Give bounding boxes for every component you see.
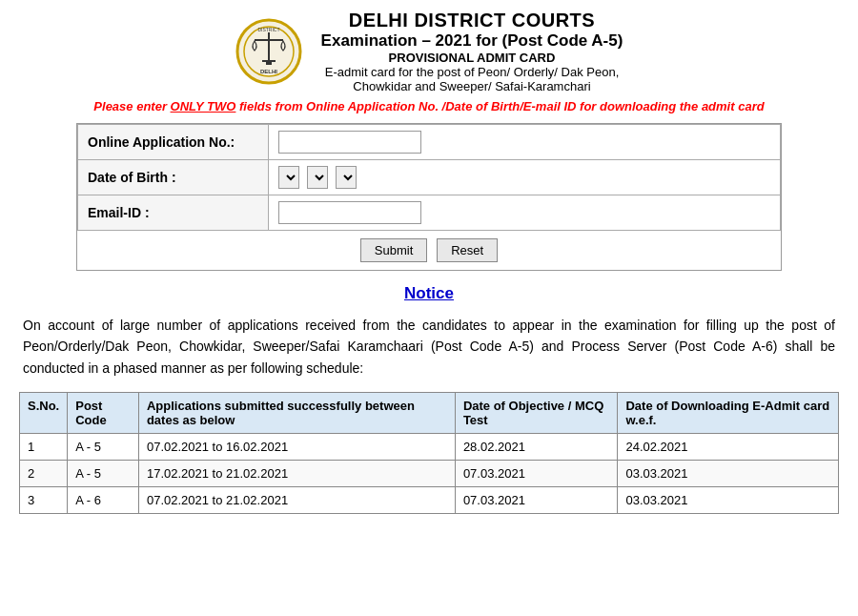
table-cell: 03.03.2021: [618, 487, 839, 514]
post-description-1: E-admit card for the post of Peon/ Order…: [321, 65, 623, 79]
dob-month-select[interactable]: [307, 166, 328, 189]
dob-label: Date of Birth :: [78, 160, 269, 195]
app-no-label: Online Application No.:: [78, 125, 269, 160]
svg-rect-3: [255, 39, 283, 41]
warning-suffix: fields from Online Application No. /Date…: [235, 99, 764, 113]
admit-card-type: PROVISIONAL ADMIT CARD: [321, 51, 623, 65]
app-no-row: Online Application No.:: [78, 125, 781, 160]
col-mcq-date: Date of Objective / MCQ Test: [455, 393, 618, 434]
warning-message: Please enter ONLY TWO fields from Online…: [19, 99, 839, 113]
dob-day-select[interactable]: [278, 166, 299, 189]
notice-heading: Notice: [19, 284, 839, 303]
form-button-row: Submit Reset: [78, 231, 781, 271]
app-no-cell: [269, 125, 781, 160]
table-row: 3A - 607.02.2021 to 21.02.202107.03.2021…: [20, 487, 839, 514]
post-description-2: Chowkidar and Sweeper/ Safai-Karamchari: [321, 79, 623, 93]
table-cell: A - 5: [68, 461, 139, 487]
dob-row: Date of Birth :: [78, 160, 781, 195]
table-cell: 28.02.2021: [455, 434, 618, 461]
col-eadmit-date: Date of Downloading E-Admit card w.e.f.: [618, 393, 839, 434]
table-cell: 1: [20, 434, 68, 461]
table-cell: 03.03.2021: [618, 461, 839, 487]
app-no-input[interactable]: [278, 131, 421, 154]
table-cell: 17.02.2021 to 21.02.2021: [138, 461, 455, 487]
email-cell: [269, 195, 781, 231]
table-cell: 2: [20, 461, 68, 487]
table-cell: 07.03.2021: [455, 487, 618, 514]
svg-rect-5: [266, 62, 272, 65]
email-row: Email-ID :: [78, 195, 781, 231]
table-cell: 07.02.2021 to 21.02.2021: [138, 487, 455, 514]
court-title: DELHI DISTRICT COURTS: [321, 10, 623, 31]
col-applications: Applications submitted successfully betw…: [138, 393, 455, 434]
svg-text:DISTRICT: DISTRICT: [257, 27, 279, 32]
delhi-courts-logo: DELHI DISTRICT: [235, 18, 302, 85]
col-post-code: Post Code: [68, 393, 139, 434]
col-sno: S.No.: [20, 393, 68, 434]
notice-paragraph: On account of large number of applicatio…: [19, 315, 839, 379]
email-label: Email-ID :: [78, 195, 269, 231]
dob-cell: [269, 160, 781, 195]
reset-button[interactable]: Reset: [437, 238, 498, 262]
admit-card-form: Online Application No.: Date of Birth :: [76, 123, 782, 271]
table-cell: 24.02.2021: [618, 434, 839, 461]
page-header: DELHI DISTRICT DELHI DISTRICT COURTS Exa…: [19, 10, 839, 93]
table-cell: 07.02.2021 to 16.02.2021: [138, 434, 455, 461]
schedule-header-row: S.No. Post Code Applications submitted s…: [20, 393, 839, 434]
email-input[interactable]: [278, 201, 421, 224]
table-cell: 3: [20, 487, 68, 514]
submit-button[interactable]: Submit: [360, 238, 427, 262]
exam-subtitle: Examination – 2021 for (Post Code A-5): [321, 31, 623, 51]
table-cell: 07.03.2021: [455, 461, 618, 487]
table-row: 2A - 517.02.2021 to 21.02.202107.03.2021…: [20, 461, 839, 487]
btn-cell: Submit Reset: [78, 231, 781, 271]
svg-rect-4: [262, 60, 276, 62]
warning-underline: ONLY TWO: [171, 99, 236, 113]
svg-rect-2: [268, 32, 270, 61]
header-text-block: DELHI DISTRICT COURTS Examination – 2021…: [321, 10, 623, 93]
table-row: 1A - 507.02.2021 to 16.02.202128.02.2021…: [20, 434, 839, 461]
schedule-table: S.No. Post Code Applications submitted s…: [19, 392, 839, 514]
warning-prefix: Please enter: [93, 99, 170, 113]
dob-year-select[interactable]: [336, 166, 357, 189]
table-cell: A - 5: [68, 434, 139, 461]
svg-text:DELHI: DELHI: [260, 69, 277, 74]
table-cell: A - 6: [68, 487, 139, 514]
